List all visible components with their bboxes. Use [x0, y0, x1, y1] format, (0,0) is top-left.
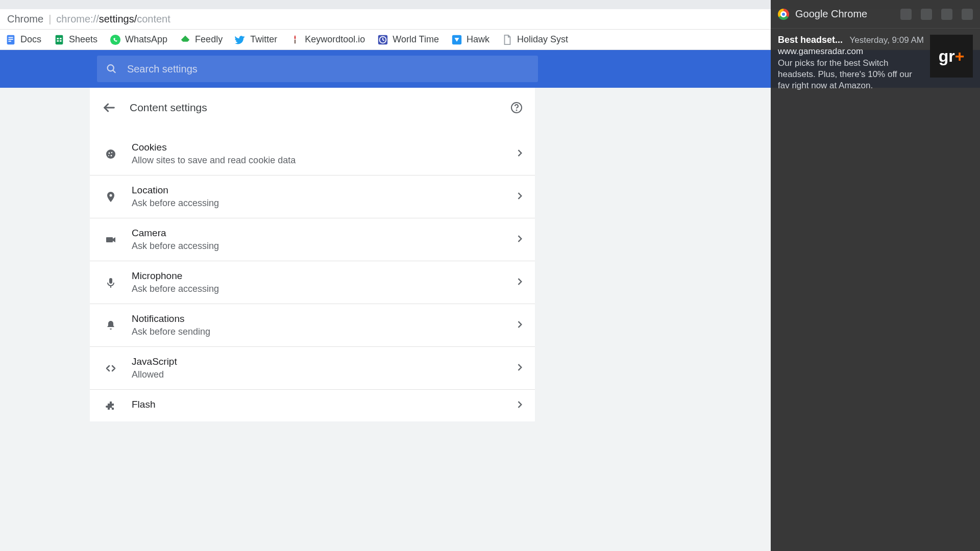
keyword-icon	[289, 34, 301, 45]
docs-icon	[5, 34, 16, 45]
back-arrow-icon[interactable]	[102, 101, 116, 115]
setting-title: Notifications	[132, 313, 503, 324]
setting-title: JavaScript	[132, 356, 503, 367]
notification-title: Best headset...	[778, 35, 843, 45]
separator: |	[48, 13, 51, 25]
settings-list: Cookies Allow sites to save and read coo…	[90, 128, 535, 421]
setting-title: Camera	[132, 228, 503, 239]
bell-icon	[104, 319, 117, 332]
notification-panel: Google Chrome Best headset... Yesterday,…	[771, 0, 980, 551]
bookmark-label: Twitter	[250, 34, 277, 45]
svg-rect-8	[60, 40, 62, 41]
feedly-icon	[180, 34, 191, 45]
notification-header: Google Chrome	[771, 0, 980, 29]
svg-rect-3	[8, 40, 11, 41]
bookmark-hawk[interactable]: Hawk	[451, 34, 489, 45]
setting-row-cookies[interactable]: Cookies Allow sites to save and read coo…	[90, 128, 535, 175]
svg-rect-10	[295, 40, 296, 43]
svg-point-24	[110, 194, 112, 196]
search-icon	[106, 63, 117, 74]
bookmark-feedly[interactable]: Feedly	[180, 34, 223, 45]
notification-description: Our picks for the best Switch headsets. …	[778, 58, 924, 91]
notification-card[interactable]: Best headset... Yesterday, 9:09 AM www.g…	[771, 29, 980, 97]
code-icon	[104, 362, 117, 375]
bookmark-label: Docs	[20, 34, 41, 45]
bookmark-label: WhatsApp	[125, 34, 167, 45]
bookmark-sheets[interactable]: Sheets	[54, 34, 97, 45]
svg-rect-4	[56, 35, 63, 44]
setting-subtitle: Allow sites to save and read cookie data	[132, 155, 503, 166]
setting-subtitle: Ask before accessing	[132, 198, 503, 209]
bookmark-label: Feedly	[195, 34, 223, 45]
clock-icon	[377, 34, 388, 45]
search-input[interactable]	[127, 63, 529, 75]
svg-line-15	[113, 70, 115, 73]
url: chrome://settings/content	[56, 13, 170, 25]
svg-point-14	[108, 65, 114, 71]
page-title: Content settings	[130, 102, 497, 114]
location-icon	[104, 190, 117, 204]
setting-row-flash[interactable]: Flash	[90, 389, 535, 421]
chevron-right-icon	[518, 321, 523, 330]
whatsapp-icon	[110, 34, 121, 45]
setting-row-camera[interactable]: Camera Ask before accessing	[90, 218, 535, 261]
svg-rect-6	[60, 38, 62, 39]
section-header: Content settings	[90, 88, 535, 128]
setting-title: Flash	[132, 399, 503, 410]
setting-subtitle: Ask before sending	[132, 327, 503, 337]
browser-name: Chrome	[7, 13, 43, 25]
sheets-icon	[54, 34, 65, 45]
chrome-icon	[778, 9, 789, 20]
svg-point-21	[111, 152, 112, 153]
notification-app-name: Google Chrome	[795, 8, 867, 20]
hawk-icon	[451, 34, 462, 45]
svg-rect-26	[109, 278, 112, 284]
svg-point-18	[517, 110, 517, 111]
cookie-icon	[104, 147, 117, 161]
help-icon[interactable]	[510, 102, 523, 114]
setting-subtitle: Ask before accessing	[132, 284, 503, 294]
bookmark-whatsapp[interactable]: WhatsApp	[110, 34, 167, 45]
setting-title: Location	[132, 185, 503, 196]
svg-rect-7	[57, 40, 59, 41]
setting-row-javascript[interactable]: JavaScript Allowed	[90, 346, 535, 389]
setting-title: Microphone	[132, 270, 503, 282]
svg-rect-1	[8, 37, 13, 38]
plugin-icon	[104, 399, 117, 412]
notification-thumbnail: gr+	[930, 35, 973, 78]
bookmark-twitter[interactable]: Twitter	[235, 34, 277, 45]
setting-row-location[interactable]: Location Ask before accessing	[90, 175, 535, 218]
svg-point-19	[106, 149, 115, 159]
bookmark-label: Sheets	[69, 34, 97, 45]
twitter-icon	[235, 34, 246, 45]
setting-row-notifications[interactable]: Notifications Ask before sending	[90, 304, 535, 346]
svg-rect-2	[8, 39, 13, 40]
svg-rect-5	[57, 38, 59, 39]
svg-rect-25	[106, 237, 113, 242]
bookmark-holiday-syst[interactable]: Holiday Syst	[502, 34, 568, 45]
file-icon	[502, 34, 513, 45]
svg-point-22	[111, 155, 112, 156]
chevron-right-icon	[518, 364, 523, 373]
notification-site: www.gamesradar.com	[778, 46, 924, 57]
bookmark-label: Holiday Syst	[517, 34, 568, 45]
bookmark-docs[interactable]: Docs	[5, 34, 41, 45]
setting-title: Cookies	[132, 142, 503, 153]
tray-icons	[900, 9, 973, 20]
bookmark-label: Keywordtool.io	[305, 34, 365, 45]
setting-subtitle: Ask before accessing	[132, 241, 503, 252]
svg-point-20	[109, 152, 110, 154]
setting-subtitle: Allowed	[132, 369, 503, 380]
microphone-icon	[104, 276, 117, 289]
setting-row-microphone[interactable]: Microphone Ask before accessing	[90, 261, 535, 304]
content-pane: Content settings Cookies Allow sites to …	[90, 88, 535, 421]
svg-point-23	[108, 155, 109, 156]
camera-icon	[104, 233, 117, 246]
search-box[interactable]	[97, 56, 538, 82]
chevron-right-icon	[518, 401, 523, 410]
chevron-right-icon	[518, 278, 523, 287]
bookmark-keywordtool-io[interactable]: Keywordtool.io	[289, 34, 365, 45]
bookmark-label: Hawk	[467, 34, 489, 45]
bookmark-world-time[interactable]: World Time	[377, 34, 439, 45]
notification-time: Yesterday, 9:09 AM	[849, 35, 924, 45]
